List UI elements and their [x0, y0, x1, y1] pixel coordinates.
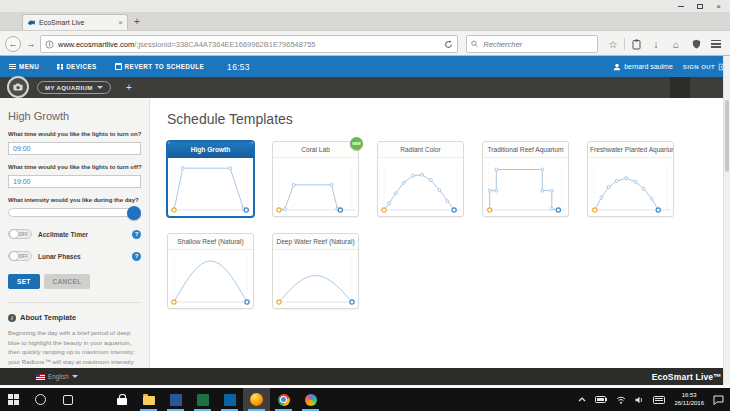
help-icon[interactable]: ?: [132, 252, 141, 261]
help-icon[interactable]: ?: [132, 230, 141, 239]
template-curve-chart: [378, 158, 463, 216]
task-view-icon: [63, 395, 73, 405]
taskbar-clock[interactable]: 16:53 26/11/2016: [674, 392, 704, 408]
close-window-button[interactable]: ×: [709, 0, 728, 12]
back-button[interactable]: ←: [5, 36, 21, 52]
revert-to-schedule-button[interactable]: REVERT TO SCHEDULE: [106, 56, 214, 77]
aquarium-snapshot-button[interactable]: [7, 76, 29, 98]
taskbar-app[interactable]: [81, 388, 108, 411]
template-curve-chart: [168, 250, 253, 308]
browser-urlbar: ← → www.ecosmartlive.com/;jsessionid=338…: [0, 30, 730, 56]
wifi-icon[interactable]: [616, 396, 626, 404]
language-selector[interactable]: English: [36, 373, 78, 380]
taskbar-app[interactable]: [135, 388, 162, 411]
menu-button[interactable]: MENU: [0, 56, 48, 77]
template-card-title[interactable]: Shallow Reef (Natural): [168, 234, 253, 250]
windows-logo-icon: [8, 394, 19, 405]
taskbar-app[interactable]: [189, 388, 216, 411]
lights-off-input[interactable]: [8, 175, 141, 188]
task-view-button[interactable]: [54, 388, 81, 411]
cancel-button[interactable]: CANCEL: [44, 274, 91, 289]
taskbar-app[interactable]: [297, 388, 324, 411]
bookmarks-panel-icon[interactable]: [626, 35, 646, 53]
device-tab[interactable]: [690, 77, 710, 98]
add-aquarium-button[interactable]: +: [126, 77, 132, 98]
intensity-slider[interactable]: [8, 208, 141, 217]
template-curve-chart: [168, 158, 253, 216]
search-input[interactable]: [481, 39, 593, 50]
bookmark-star-icon[interactable]: ☆: [603, 35, 623, 53]
hamburger-menu-icon[interactable]: [706, 35, 726, 53]
template-card-title[interactable]: Freshwater Planted Aquarium: [588, 142, 673, 158]
app-icon: [117, 394, 127, 405]
template-card-title[interactable]: Traditional Reef Aquarium: [483, 142, 568, 158]
taskbar-app[interactable]: [216, 388, 243, 411]
windows-taskbar: 16:53 26/11/2016: [0, 388, 730, 411]
window-controls: ×: [671, 0, 728, 12]
downloads-icon[interactable]: ↓: [646, 35, 666, 53]
template-card-title[interactable]: Coral Lab: [273, 142, 358, 158]
chevron-down-icon: [72, 375, 78, 378]
template-card[interactable]: Freshwater Planted Aquarium: [587, 141, 674, 217]
browser-tab[interactable]: EcoSmart Live ×: [22, 14, 128, 30]
tab-close-icon[interactable]: ×: [118, 18, 123, 27]
template-card[interactable]: Traditional Reef Aquarium: [482, 141, 569, 217]
scrollbar-thumb[interactable]: [725, 100, 729, 172]
app-icon: [250, 393, 263, 406]
toggle-switch[interactable]: OFF: [8, 229, 32, 239]
search-box[interactable]: [466, 35, 598, 53]
template-card[interactable]: High Growth: [167, 141, 254, 217]
taskbar-app[interactable]: [108, 388, 135, 411]
template-card-title[interactable]: Deep Water Reef (Natural): [273, 234, 358, 250]
tray-chevron-icon[interactable]: [578, 397, 586, 402]
speaker-icon[interactable]: [635, 396, 644, 404]
user-icon: [613, 63, 621, 71]
template-card[interactable]: Deep Water Reef (Natural): [272, 233, 359, 309]
url-field[interactable]: www.ecosmartlive.com/;jsessionid=338CA4A…: [40, 35, 458, 53]
reload-icon[interactable]: [444, 40, 453, 49]
taskbar-app[interactable]: [162, 388, 189, 411]
keyboard-icon[interactable]: [653, 396, 665, 404]
user-account[interactable]: bernard saulme: [613, 63, 673, 71]
aquarium-selector[interactable]: MY AQUARIUM: [37, 81, 111, 94]
home-icon[interactable]: ⌂: [666, 35, 686, 53]
toggle-knob: [9, 229, 19, 239]
menu-icon: [9, 64, 16, 69]
toolbar-divider: [624, 38, 625, 50]
new-badge: NEW: [350, 137, 363, 150]
lights-on-input[interactable]: [8, 142, 141, 155]
device-tab[interactable]: [670, 77, 690, 98]
taskbar-app[interactable]: [243, 388, 270, 411]
screen: × EcoSmart Live × + ← → www.ecosmartlive…: [0, 0, 730, 411]
site-info-icon[interactable]: [45, 40, 54, 49]
template-card[interactable]: Shallow Reef (Natural): [167, 233, 254, 309]
new-tab-button[interactable]: +: [134, 15, 140, 29]
devices-button[interactable]: DEVICES: [48, 56, 105, 77]
sign-out-button[interactable]: SIGN OUT: [683, 63, 726, 71]
forward-button[interactable]: →: [23, 36, 39, 52]
action-center-icon[interactable]: [713, 395, 724, 405]
app-icon: [224, 394, 236, 406]
template-curve-chart: [483, 158, 568, 216]
start-button[interactable]: [0, 388, 27, 411]
template-card[interactable]: Radiant Color: [377, 141, 464, 217]
template-card-title[interactable]: Radiant Color: [378, 142, 463, 158]
template-card-title[interactable]: High Growth: [168, 142, 253, 158]
template-card-body: [168, 158, 253, 216]
page-scrollbar[interactable]: [723, 56, 730, 385]
toggle-switch[interactable]: OFF: [8, 251, 32, 261]
aquarium-bar: MY AQUARIUM +: [0, 77, 730, 98]
shield-icon[interactable]: [686, 35, 706, 53]
cortana-button[interactable]: [27, 388, 54, 411]
template-card[interactable]: Coral Lab NEW: [272, 141, 359, 217]
template-card-body: [168, 250, 253, 308]
battery-icon[interactable]: [595, 396, 607, 403]
maximize-button[interactable]: [690, 0, 709, 12]
tab-title: EcoSmart Live: [39, 19, 118, 26]
template-card-body: [588, 158, 673, 216]
slider-handle[interactable]: [127, 206, 141, 220]
set-button[interactable]: SET: [8, 274, 40, 289]
device-tab[interactable]: [650, 77, 670, 98]
minimize-button[interactable]: [671, 0, 690, 12]
taskbar-app[interactable]: [270, 388, 297, 411]
